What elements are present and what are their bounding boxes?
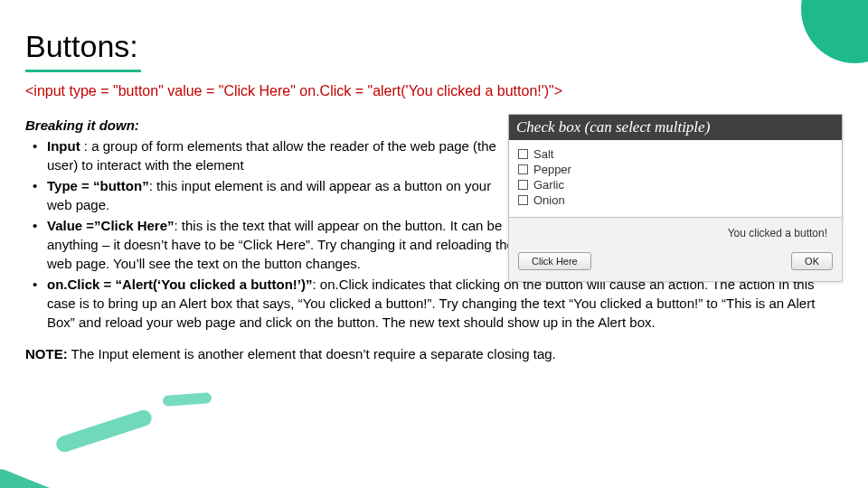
checkbox-row: Onion bbox=[518, 193, 833, 207]
slide: Buttons: <input type = "button" value = … bbox=[0, 0, 868, 488]
bullet-lead: Input bbox=[47, 138, 80, 154]
click-here-button: Click Here bbox=[518, 252, 591, 270]
list-item: Type = “button”: this input element is a… bbox=[31, 176, 519, 214]
list-item: on.Click = “Alert(‘You clicked a button!… bbox=[31, 275, 826, 332]
alert-message: You clicked a button! bbox=[518, 227, 833, 239]
bullet-lead: Value =”Click Here” bbox=[47, 218, 175, 233]
note-line: NOTE: The Input element is another eleme… bbox=[25, 344, 843, 363]
alert-button-row: Click Here OK bbox=[518, 252, 833, 270]
checkbox-card-header: Check box (can select multiple) bbox=[509, 115, 842, 140]
checkbox-icon bbox=[518, 195, 528, 205]
note-text: The Input element is another element tha… bbox=[68, 346, 556, 361]
decorative-brush-stroke bbox=[54, 408, 154, 454]
checkbox-label: Salt bbox=[533, 147, 553, 161]
checkbox-icon bbox=[518, 149, 528, 159]
bullet-lead: Type = “button” bbox=[47, 178, 149, 193]
code-example: <input type = "button" value = "Click He… bbox=[25, 83, 843, 99]
bullet-lead: on.Click = “Alert(‘You clicked a button!… bbox=[47, 277, 313, 292]
decorative-brush-stroke bbox=[0, 466, 71, 488]
alert-example-panel: You clicked a button! Click Here OK bbox=[508, 217, 843, 282]
checkbox-options: Salt Pepper Garlic Onion bbox=[509, 140, 842, 218]
checkbox-label: Pepper bbox=[533, 163, 571, 176]
list-item: Value =”Click Here”: this is the text th… bbox=[31, 216, 519, 273]
title-underline bbox=[25, 70, 141, 72]
checkbox-icon bbox=[518, 164, 528, 174]
ok-button: OK bbox=[791, 252, 833, 270]
checkbox-icon bbox=[518, 180, 528, 190]
checkbox-example-card: Check box (can select multiple) Salt Pep… bbox=[508, 114, 843, 219]
checkbox-row: Pepper bbox=[518, 163, 833, 176]
checkbox-label: Garlic bbox=[533, 178, 564, 192]
bullet-text: : a group of form elements that allow th… bbox=[47, 138, 496, 173]
checkbox-row: Garlic bbox=[518, 178, 833, 192]
page-title: Buttons: bbox=[25, 29, 843, 64]
decorative-brush-stroke bbox=[163, 392, 212, 407]
note-lead: NOTE: bbox=[25, 346, 68, 361]
list-item: Input : a group of form elements that al… bbox=[31, 136, 519, 174]
checkbox-label: Onion bbox=[533, 193, 565, 207]
checkbox-row: Salt bbox=[518, 147, 833, 161]
